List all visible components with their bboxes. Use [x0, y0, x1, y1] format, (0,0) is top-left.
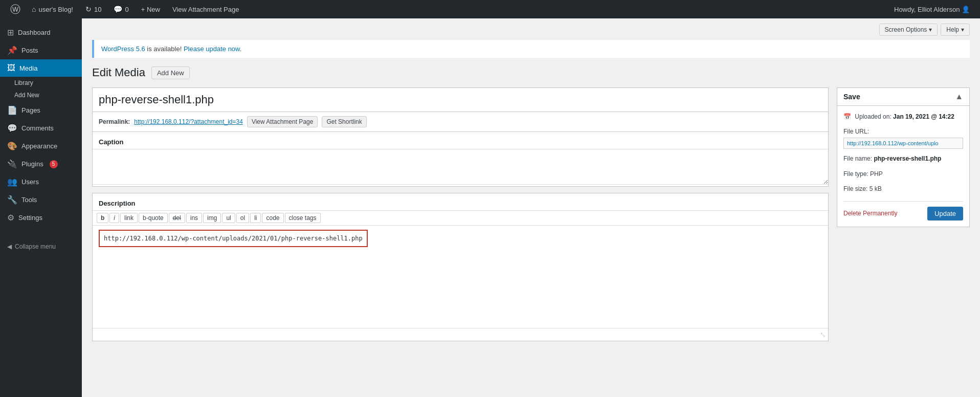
sidebar-dashboard-label: Dashboard: [18, 29, 51, 36]
sidebar: ⊞ Dashboard 📌 Posts 🖼 Media ◀ Library Ad…: [0, 18, 82, 397]
file-size-row: File size: 5 kB: [843, 184, 963, 194]
permalink-row: Permalink: http://192.168.0.112/?attachm…: [92, 112, 829, 132]
toolbar-bquote-btn[interactable]: b-quote: [139, 213, 168, 223]
description-inner-text[interactable]: http://192.168.0.112/wp-content/uploads/…: [99, 230, 368, 247]
adminbar-updates[interactable]: ↻ 10: [79, 0, 107, 18]
sidebar-item-settings[interactable]: ⚙ Settings: [0, 209, 82, 227]
appearance-icon: 🎨: [7, 141, 17, 151]
collapse-menu[interactable]: ◀ Collapse menu: [0, 237, 82, 256]
screen-options-button[interactable]: Screen Options ▾: [879, 24, 938, 36]
file-name-label: File name:: [843, 155, 872, 162]
adminbar-new[interactable]: + New: [135, 0, 166, 18]
toolbar-link-btn[interactable]: link: [120, 213, 138, 223]
toolbar-close-tags-btn[interactable]: close tags: [285, 213, 321, 223]
delete-permanently-link[interactable]: Delete Permanently: [843, 210, 897, 217]
toolbar-bold-btn[interactable]: b: [97, 213, 108, 223]
toolbar-code-btn[interactable]: code: [262, 213, 283, 223]
title-input[interactable]: [92, 87, 829, 112]
add-new-sub-label: Add New: [14, 92, 39, 99]
collapse-label: Collapse menu: [15, 243, 56, 250]
caption-label: Caption: [93, 132, 828, 149]
description-content: http://192.168.0.112/wp-content/uploads/…: [93, 226, 828, 287]
permalink-url[interactable]: http://192.168.0.112/?attachment_id=34: [134, 118, 243, 125]
sidebar-appearance-label: Appearance: [21, 142, 57, 150]
view-attachment-label: View Attachment Page: [172, 6, 239, 13]
toolbar-ul-btn[interactable]: ul: [222, 213, 235, 223]
updates-count: 10: [94, 6, 101, 13]
uploaded-row: 📅 Uploaded on: Jan 19, 2021 @ 14:22: [843, 112, 963, 122]
file-size-label: File size:: [843, 185, 867, 192]
avatar-icon: 👤: [962, 6, 970, 13]
adminbar-comments[interactable]: 💬 0: [107, 0, 135, 18]
update-notice: WordPress 5.6 is available! Please updat…: [92, 40, 970, 58]
description-toolbar: b i link b-quote del ins img ul ol li co…: [93, 210, 828, 226]
get-shortlink-btn[interactable]: Get Shortlink: [322, 116, 366, 127]
sidebar-item-media[interactable]: 🖼 Media ◀: [0, 59, 82, 77]
save-metabox-body: 📅 Uploaded on: Jan 19, 2021 @ 14:22 File…: [837, 106, 969, 227]
page-header: Edit Media Add New: [92, 66, 970, 79]
adminbar-view-attachment[interactable]: View Attachment Page: [166, 0, 246, 18]
howdy-text: Howdy, Elliot Alderson 👤: [889, 6, 975, 13]
file-url-input[interactable]: [843, 138, 963, 149]
add-new-button[interactable]: Add New: [151, 67, 190, 79]
sidebar-users-label: Users: [21, 178, 39, 186]
save-metabox-header: Save ▲: [837, 88, 969, 106]
adminbar-site[interactable]: ⌂ user's Blog!: [26, 0, 79, 18]
sidebar-pages-label: Pages: [21, 106, 40, 114]
sidebar-item-dashboard[interactable]: ⊞ Dashboard: [0, 24, 82, 41]
sidebar-item-plugins[interactable]: 🔌 Plugins 5: [0, 155, 82, 173]
meta-actions: Delete Permanently Update: [843, 201, 963, 220]
help-button[interactable]: Help ▾: [941, 24, 970, 36]
update-now-link[interactable]: Please update now: [184, 45, 240, 53]
sidebar-plugins-label: Plugins: [21, 160, 43, 168]
sidebar-item-pages[interactable]: 📄 Pages: [0, 101, 82, 119]
file-type-row: File type: PHP: [843, 169, 963, 179]
users-icon: 👥: [7, 177, 17, 187]
metabox-toggle-btn[interactable]: ▲: [955, 92, 963, 101]
view-attachment-page-btn[interactable]: View Attachment Page: [247, 116, 318, 127]
comments-icon: 💬: [114, 5, 122, 13]
caption-section: Caption: [92, 132, 829, 187]
plugins-icon: 🔌: [7, 159, 17, 169]
sidebar-item-tools[interactable]: 🔧 Tools: [0, 191, 82, 209]
description-resize-handle: ⤡: [93, 328, 828, 341]
file-name-value: php-reverse-shell1.php: [874, 155, 941, 162]
media-icon: 🖼: [7, 63, 15, 73]
site-name: user's Blog!: [38, 6, 73, 13]
toolbar-del-btn[interactable]: del: [169, 213, 185, 223]
wp-logo-icon[interactable]: ⓦ: [5, 3, 26, 16]
sidebar-item-appearance[interactable]: 🎨 Appearance: [0, 137, 82, 155]
library-label: Library: [14, 79, 33, 86]
toolbar-img-btn[interactable]: img: [203, 213, 221, 223]
posts-icon: 📌: [7, 46, 17, 55]
side-panel: Save ▲ 📅 Uploaded on: Jan 19, 2021 @ 14:…: [837, 87, 970, 341]
sidebar-media-label: Media: [19, 64, 37, 72]
pages-icon: 📄: [7, 105, 17, 115]
sidebar-item-posts[interactable]: 📌 Posts: [0, 41, 82, 59]
sidebar-tools-label: Tools: [21, 196, 37, 204]
sidebar-item-users[interactable]: 👥 Users: [0, 173, 82, 191]
toolbar-li-btn[interactable]: li: [250, 213, 261, 223]
caption-textarea[interactable]: [93, 149, 828, 185]
toolbar-italic-btn[interactable]: i: [109, 213, 119, 223]
sidebar-sub-library[interactable]: Library: [0, 77, 82, 89]
toolbar-ol-btn[interactable]: ol: [236, 213, 249, 223]
screen-options-label: Screen Options: [885, 26, 927, 33]
update-button[interactable]: Update: [927, 207, 963, 220]
plugins-badge: 5: [50, 160, 58, 168]
file-url-label: File URL:: [843, 127, 963, 137]
page-title: Edit Media: [92, 66, 145, 79]
help-label: Help: [946, 26, 959, 33]
sidebar-item-comments[interactable]: 💬 Comments: [0, 119, 82, 137]
sidebar-sub-add-new[interactable]: Add New: [0, 89, 82, 101]
dashboard-icon: ⊞: [7, 28, 14, 37]
notice-end: .: [240, 45, 242, 53]
main-content: Screen Options ▾ Help ▾ WordPress 5.6 is…: [82, 18, 980, 397]
save-metabox: Save ▲ 📅 Uploaded on: Jan 19, 2021 @ 14:…: [837, 87, 970, 227]
file-type-label: File type:: [843, 170, 868, 178]
toolbar-ins-btn[interactable]: ins: [186, 213, 202, 223]
updates-icon: ↻: [85, 5, 92, 13]
description-extra-space: [93, 287, 828, 328]
sidebar-posts-label: Posts: [21, 47, 38, 54]
wp-version-link[interactable]: WordPress 5.6: [101, 45, 145, 53]
